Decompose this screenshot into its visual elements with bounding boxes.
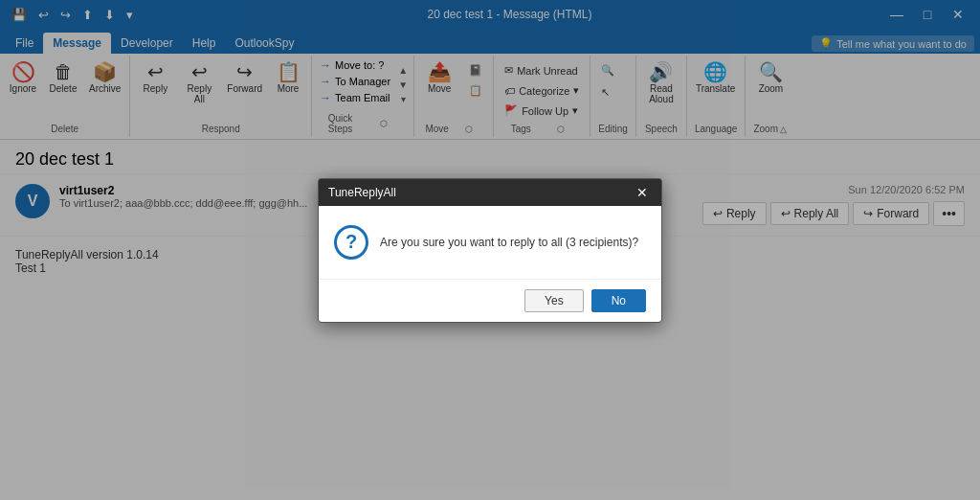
dialog-message-text: Are you sure you want to reply to all (3… [380,236,638,249]
dialog-close-button[interactable]: ✕ [633,185,652,200]
dialog-body: ? Are you sure you want to reply to all … [319,206,661,279]
dialog-yes-button[interactable]: Yes [524,289,584,312]
dialog-tunereplyall: TuneReplyAll ✕ ? Are you sure you want t… [318,178,662,323]
dialog-question-icon: ? [334,225,368,260]
dialog-title-bar: TuneReplyAll ✕ [319,179,661,206]
dialog-no-button[interactable]: No [591,289,646,312]
dialog-title-text: TuneReplyAll [328,186,396,199]
dialog-footer: Yes No [319,279,661,322]
dialog-overlay: TuneReplyAll ✕ ? Are you sure you want t… [0,0,980,500]
